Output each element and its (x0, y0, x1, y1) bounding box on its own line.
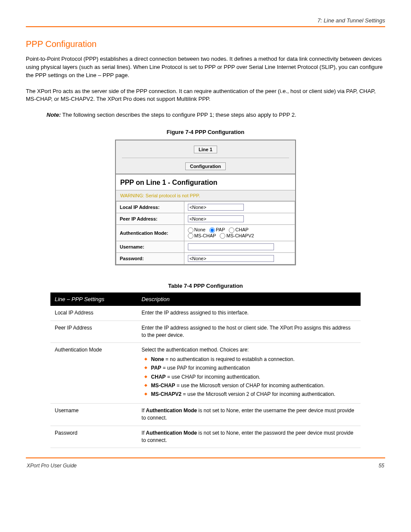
list-item: MS-CHAP = use the Microsoft version of C… (144, 382, 356, 389)
footer-left: XPort Pro User Guide (27, 463, 77, 469)
label-peer-ip: Peer IP Address: (116, 213, 184, 225)
tab-configuration[interactable]: Configuration (185, 162, 226, 170)
table-caption: Table 7-4 PPP Configuration (26, 283, 385, 289)
cell-username-desc: If Authentication Mode is not set to Non… (137, 403, 361, 426)
list-item: PAP = use PAP for incoming authenticatio… (144, 364, 356, 372)
table-row: Local IP Address Enter the IP address as… (50, 306, 361, 320)
cell-password-label: Password (50, 426, 137, 448)
cell-peer-ip-label: Peer IP Address (50, 320, 137, 343)
config-form-table: Local IP Address: Peer IP Address: Authe… (116, 201, 295, 264)
table-row: Username If Authentication Mode is not s… (50, 403, 361, 426)
table-row: Peer IP Address Enter the IP address ass… (50, 320, 361, 343)
radio-mschap[interactable] (188, 233, 193, 239)
warning-message: WARNING: Serial protocol is not PPP. (116, 190, 295, 201)
label-local-ip: Local IP Address: (116, 202, 184, 213)
auth-mode-radio-group: None PAP CHAP MS-CHAP MS-CHAPV2 (188, 227, 291, 239)
th-settings: Line – PPP Settings (50, 292, 137, 306)
radio-none-label: None (194, 227, 206, 232)
cell-local-ip-label: Local IP Address (50, 306, 137, 320)
th-description: Description (137, 292, 361, 306)
radio-mschapv2[interactable] (220, 233, 225, 239)
list-item: None = no authentication is required to … (144, 356, 356, 363)
radio-pap[interactable] (209, 227, 215, 233)
config-panel-title: PPP on Line 1 - Configuration (116, 174, 295, 190)
radio-mschap-label: MS-CHAP (194, 233, 216, 238)
label-password: Password: (116, 253, 184, 264)
page-footer: XPort Pro User Guide 55 (26, 463, 385, 469)
tab-line-1[interactable]: Line 1 (194, 146, 217, 153)
input-username[interactable] (188, 243, 274, 250)
radio-chap-label: CHAP (235, 227, 249, 232)
radio-mschapv2-label: MS-CHAPV2 (226, 233, 254, 238)
note-text: The following section describes the step… (62, 112, 296, 118)
input-peer-ip[interactable] (188, 215, 244, 222)
radio-pap-label: PAP (216, 227, 225, 232)
cell-username-label: Username (50, 403, 137, 426)
divider-bottom (26, 457, 385, 458)
radio-chap[interactable] (229, 227, 234, 233)
intro-paragraph-1: Point-to-Point Protocol (PPP) establishe… (26, 55, 385, 80)
table-row: Authentication Mode Select the authentic… (50, 343, 361, 403)
auth-mode-bullet-list: None = no authentication is required to … (142, 356, 356, 398)
radio-none[interactable] (188, 227, 193, 233)
divider-top (26, 26, 385, 27)
cell-password-desc: If Authentication Mode is not set to Non… (137, 426, 361, 448)
description-table: Line – PPP Settings Description Local IP… (50, 292, 361, 448)
note-label: Note: (47, 112, 61, 118)
config-panel: Line 1 Configuration PPP on Line 1 - Con… (115, 140, 296, 265)
cell-peer-ip-desc: Enter the IP address assigned to the hos… (137, 320, 361, 343)
table-row: Password If Authentication Mode is not s… (50, 426, 361, 448)
cell-auth-mode-label: Authentication Mode (50, 343, 137, 403)
input-local-ip[interactable] (188, 204, 244, 211)
label-username: Username: (116, 241, 184, 253)
cell-local-ip-desc: Enter the IP address assigned to this in… (137, 306, 361, 320)
intro-paragraph-2: The XPort Pro acts as the server side of… (26, 87, 385, 104)
list-item: CHAP = use CHAP for incoming authenticat… (144, 373, 356, 381)
figure-caption: Figure 7-4 PPP Configuration (26, 129, 385, 135)
label-auth-mode: Authentication Mode: (116, 225, 184, 241)
section-heading: PPP Configuration (26, 39, 385, 49)
input-password[interactable] (188, 255, 274, 262)
note-block: Note: The following section describes th… (47, 111, 385, 119)
page-header-breadcrumb: 7: Line and Tunnel Settings (26, 17, 385, 24)
cell-auth-mode-desc: Select the authentication method. Choice… (137, 343, 361, 403)
list-item: MS-CHAPV2 = use the Microsoft version 2 … (144, 391, 356, 398)
footer-right: 55 (379, 463, 384, 469)
config-tabs-area: Line 1 Configuration (116, 140, 295, 174)
